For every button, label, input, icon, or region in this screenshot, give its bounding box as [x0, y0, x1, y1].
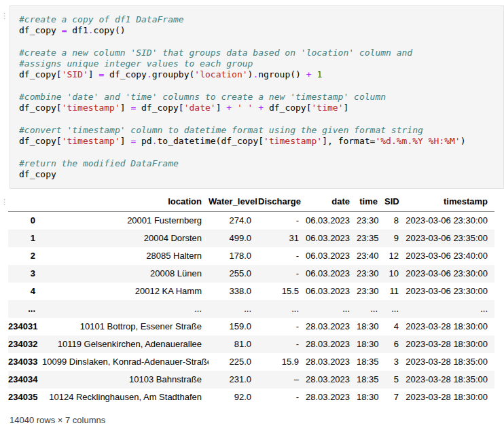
table-cell: ...	[209, 300, 258, 318]
table-row: 23403110101 Bottrop, Essener Straße159.0…	[8, 318, 494, 336]
table-cell: 23:30	[357, 212, 384, 230]
code-line: #convert 'timestamp' column to datetime …	[19, 125, 498, 136]
table-cell: ...	[258, 300, 306, 318]
table-cell: –	[258, 371, 306, 388]
code-token: df_copy[	[19, 136, 62, 146]
table-cell: 18:35	[357, 353, 384, 371]
row-index: 234033	[8, 353, 42, 371]
code-token: ' '	[237, 103, 253, 113]
code-token: 'date'	[184, 103, 216, 113]
table-cell: 06.03.2023	[306, 230, 357, 247]
column-header-date: date	[306, 194, 357, 212]
column-header-sid: SID	[384, 194, 406, 212]
code-token: ]	[88, 69, 99, 79]
table-cell: 2023-03-28 18:30:00	[406, 388, 494, 406]
row-index: 0	[8, 212, 42, 230]
table-cell: 2023-03-06 23:30:00	[406, 212, 494, 230]
code-token: df_copy[	[264, 103, 311, 113]
code-token: ]	[120, 136, 131, 146]
dataframe-table: locationWater_levelDischargedatetimeSIDt…	[8, 194, 494, 406]
table-cell: 28.03.2023	[306, 318, 357, 336]
table-cell: 92.0	[209, 388, 258, 406]
code-token: pd	[136, 136, 151, 146]
code-token: 'SID'	[62, 69, 88, 79]
table-cell: 7	[384, 388, 406, 406]
column-header-water_level: Water_level	[209, 194, 258, 212]
code-line	[19, 114, 498, 125]
table-row: 23403510124 Recklinghausen, Am Stadthafe…	[8, 388, 494, 406]
code-token: ], format=	[322, 136, 375, 146]
table-cell: 20004 Dorsten	[42, 230, 209, 247]
row-index: 2	[8, 247, 42, 265]
table-cell: 15.9	[258, 353, 306, 371]
code-token: ngroup()	[258, 69, 306, 79]
code-token: groupby(	[152, 69, 195, 79]
table-cell: 159.0	[209, 318, 258, 336]
code-token: '%d.%m.%Y %H:%M'	[375, 136, 460, 146]
table-cell: 2023-03-06 23:40:00	[406, 247, 494, 265]
table-cell: 10124 Recklinghausen, Am Stadthafen	[42, 388, 209, 406]
table-cell: 255.0	[209, 265, 258, 283]
table-row: 120004 Dorsten499.03106.03.202323:359202…	[8, 230, 494, 247]
code-token: df_copy[	[19, 103, 62, 113]
code-token: df_copy[	[19, 69, 62, 79]
table-cell: 18:35	[357, 371, 384, 388]
code-token: .	[88, 25, 94, 35]
table-cell: 31	[258, 230, 306, 247]
table-cell: 499.0	[209, 230, 258, 247]
table-cell: 20008 Lünen	[42, 265, 209, 283]
table-row: 020001 Fusternberg274.0-06.03.202323:308…	[8, 212, 494, 230]
table-cell: 28.03.2023	[306, 388, 357, 406]
column-header-location: location	[42, 194, 209, 212]
table-cell: 06.03.2023	[306, 247, 357, 265]
code-line: df_copy['SID'] = df_copy.groupby('locati…	[19, 69, 498, 80]
column-header-discharge: Discharge	[258, 194, 306, 212]
code-line: df_copy = df1.copy()	[19, 25, 498, 36]
table-cell: 20012 KA Hamm	[42, 283, 209, 300]
output-drag-handle-icon[interactable]: ⋮	[1, 200, 8, 204]
table-cell: 5	[384, 371, 406, 388]
code-token: 'location'	[194, 69, 247, 79]
code-token	[232, 103, 237, 113]
table-cell: 18:30	[357, 388, 384, 406]
table-cell: 06.03.2023	[306, 265, 357, 283]
table-cell: 10101 Bottrop, Essener Straße	[42, 318, 209, 336]
table-cell: 11	[384, 283, 406, 300]
dataframe-header: locationWater_levelDischargedatetimeSIDt…	[8, 194, 494, 212]
table-cell: 8	[384, 212, 406, 230]
table-cell: 2023-03-28 18:30:00	[406, 318, 494, 336]
code-token: +	[226, 103, 232, 113]
code-token: 1	[317, 69, 322, 79]
table-cell: 10103 Bahnstraße	[42, 371, 209, 388]
table-cell: 2023-03-06 23:35:00	[406, 230, 494, 247]
table-cell: 06.03.2023	[306, 283, 357, 300]
code-token: copy()	[94, 25, 126, 35]
code-line: #create a new column 'SID' that groups d…	[19, 48, 498, 58]
code-token: 'timestamp'	[264, 136, 322, 146]
code-token: #combine 'date' and 'time' columns to cr…	[19, 92, 386, 102]
table-cell: ...	[406, 300, 494, 318]
code-editor[interactable]: #create a copy of df1 DataFramedf_copy =…	[19, 14, 498, 180]
table-cell: 2023-03-06 23:30:00	[406, 283, 494, 300]
code-cell[interactable]: #create a copy of df1 DataFramedf_copy =…	[10, 5, 504, 189]
table-cell: -	[258, 336, 306, 353]
code-line: #assigns unique integer values to each g…	[19, 58, 498, 69]
cell-drag-handle-icon[interactable]: ⋮	[1, 14, 8, 18]
code-token: #convert 'timestamp' column to datetime …	[19, 125, 423, 135]
table-cell: 2023-03-06 23:30:00	[406, 265, 494, 283]
table-row: 420012 KA Hamm338.015.506.03.202323:3011…	[8, 283, 494, 300]
row-index: 1	[8, 230, 42, 247]
row-index: ...	[8, 300, 42, 318]
table-cell: 10099 Dinslaken, Konrad-Adenauer-Straße	[42, 353, 209, 371]
code-line	[19, 81, 498, 92]
table-cell: 23:30	[357, 265, 384, 283]
table-cell: 23:40	[357, 247, 384, 265]
code-token: to_datetime(df_copy[	[158, 136, 264, 146]
table-cell: ...	[357, 300, 384, 318]
table-cell: 81.0	[209, 336, 258, 353]
table-cell: 3	[384, 353, 406, 371]
table-cell: 338.0	[209, 283, 258, 300]
code-line: #combine 'date' and 'time' columns to cr…	[19, 92, 498, 103]
code-token: df1	[67, 25, 88, 35]
code-token: #return the modified DataFrame	[19, 158, 179, 168]
